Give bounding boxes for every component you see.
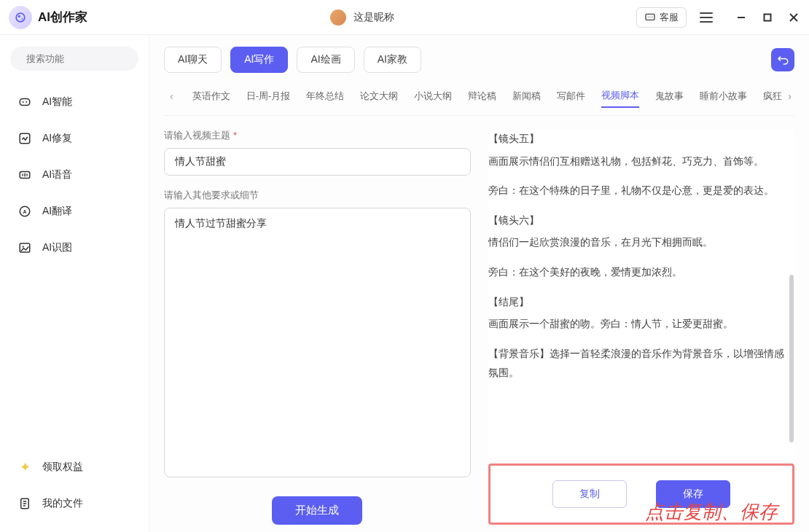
sidebar-item-ai-smart[interactable]: AI智能: [10, 85, 138, 119]
lightning-icon: ✦: [17, 460, 32, 474]
subtabs: ‹ 英语作文 日-周-月报 年终总结 论文大纲 小说大纲 辩论稿 新闻稿 写邮件…: [164, 79, 794, 116]
nav-list: AI智能 AI修复 AI语音 A AI翻译 AI识图: [10, 85, 138, 265]
minimize-button[interactable]: [735, 11, 748, 24]
user-nickname: 这是昵称: [353, 11, 394, 24]
search-input[interactable]: [26, 53, 149, 64]
sidebar-item-label: AI修复: [42, 132, 72, 145]
annotation-text: 点击复制、保存: [645, 499, 778, 525]
main-area: AI聊天 AI写作 AI绘画 AI家教 ‹ 英语作文 日-周-月报 年终总结 论…: [149, 35, 809, 532]
sidebar-item-ai-translate[interactable]: A AI翻译: [10, 195, 138, 228]
svg-point-0: [16, 13, 25, 22]
subtab-item-active[interactable]: 视频脚本: [601, 85, 639, 108]
subtab-item[interactable]: 鬼故事: [655, 85, 684, 107]
maximize-button[interactable]: [761, 11, 774, 24]
mode-tab-draw[interactable]: AI绘画: [297, 47, 354, 73]
voice-icon: [17, 168, 32, 182]
sidebar-item-rights[interactable]: ✦ 领取权益: [10, 450, 138, 484]
subtab-next[interactable]: ›: [782, 90, 794, 102]
titlebar: AI创作家 这是昵称 客服: [0, 0, 809, 35]
search-box[interactable]: [10, 47, 138, 71]
mode-tab-chat[interactable]: AI聊天: [164, 47, 222, 73]
subtab-item[interactable]: 辩论稿: [468, 85, 496, 107]
sidebar-item-ai-image[interactable]: AI识图: [10, 231, 138, 265]
svg-text:A: A: [23, 209, 27, 214]
sidebar-item-files[interactable]: 我的文件: [10, 487, 138, 520]
sidebar-item-label: 我的文件: [42, 497, 83, 510]
titlebar-right: 客服: [636, 7, 800, 28]
detail-textarea[interactable]: [164, 208, 471, 477]
subtab-item[interactable]: 睡前小故事: [700, 85, 747, 107]
user-avatar[interactable]: [330, 9, 346, 26]
sidebar-item-ai-repair[interactable]: AI修复: [10, 122, 138, 155]
sidebar-bottom: ✦ 领取权益 我的文件: [10, 450, 138, 520]
mode-tab-write[interactable]: AI写作: [230, 47, 288, 73]
output-pane: 【镜头五】画面展示情侣们互相赠送礼物，包括鲜花、巧克力、首饰等。旁白：在这个特殊…: [488, 129, 795, 525]
subtab-item[interactable]: 年终总结: [306, 85, 344, 107]
sidebar-item-label: AI识图: [42, 241, 72, 254]
subtab-item[interactable]: 疯狂: [763, 85, 782, 107]
generate-button[interactable]: 开始生成: [272, 496, 362, 525]
svg-point-1: [18, 15, 20, 17]
subtab-prev[interactable]: ‹: [167, 90, 176, 102]
return-icon: [776, 53, 789, 66]
svg-rect-8: [765, 14, 771, 20]
subtab-item[interactable]: 新闻稿: [512, 85, 541, 107]
rect-dots-icon: [17, 95, 32, 109]
customer-service-button[interactable]: 客服: [636, 7, 687, 28]
output-scrollbar[interactable]: [789, 275, 794, 442]
subtab-item[interactable]: 论文大纲: [360, 85, 398, 107]
svg-point-14: [23, 101, 24, 103]
chat-icon: [644, 12, 656, 23]
output-text: 【镜头五】画面展示情侣们互相赠送礼物，包括鲜花、巧克力、首饰等。旁白：在这个特殊…: [488, 129, 795, 458]
topic-input[interactable]: [164, 148, 471, 176]
content-area: 请输入视频主题* 请输入其他要求或细节 开始生成 【镜头五】画面展示情侣们互相赠…: [149, 116, 809, 532]
image-icon: [17, 240, 32, 255]
svg-point-24: [23, 246, 24, 247]
svg-point-4: [648, 16, 649, 17]
mode-tab-tutor[interactable]: AI家教: [364, 47, 421, 73]
sidebar-item-label: AI语音: [42, 168, 72, 181]
copy-button[interactable]: 复制: [552, 480, 627, 508]
subtab-item[interactable]: 小说大纲: [414, 85, 452, 107]
customer-service-label: 客服: [660, 11, 679, 24]
menu-button[interactable]: [697, 9, 716, 26]
repair-icon: [17, 131, 32, 146]
svg-point-15: [26, 101, 27, 103]
svg-point-5: [649, 16, 650, 17]
input-pane: 请输入视频主题* 请输入其他要求或细节 开始生成: [164, 129, 471, 525]
sidebar-item-label: 领取权益: [42, 461, 83, 474]
back-button[interactable]: [771, 48, 794, 71]
close-button[interactable]: [787, 11, 800, 24]
titlebar-center: 这是昵称: [87, 9, 636, 26]
topic-label: 请输入视频主题*: [164, 129, 471, 142]
svg-rect-13: [20, 99, 30, 106]
sidebar-item-label: AI智能: [42, 95, 72, 109]
svg-point-6: [652, 16, 652, 17]
subtab-item[interactable]: 写邮件: [557, 85, 585, 107]
sidebar: AI智能 AI修复 AI语音 A AI翻译 AI识图 ✦ 领取权益: [0, 35, 149, 532]
window-controls: [735, 11, 800, 24]
sidebar-item-ai-voice[interactable]: AI语音: [10, 158, 138, 192]
translate-icon: A: [17, 204, 32, 219]
svg-point-2: [21, 17, 23, 20]
subtab-item[interactable]: 日-周-月报: [246, 85, 291, 107]
sidebar-item-label: AI翻译: [42, 205, 72, 218]
file-icon: [17, 496, 32, 511]
app-title: AI创作家: [38, 9, 87, 26]
app-logo-icon: [9, 6, 32, 29]
detail-label: 请输入其他要求或细节: [164, 189, 471, 202]
mode-tabs: AI聊天 AI写作 AI绘画 AI家教: [149, 35, 809, 79]
app-brand: AI创作家: [9, 6, 87, 29]
subtab-item[interactable]: 英语作文: [192, 85, 230, 107]
